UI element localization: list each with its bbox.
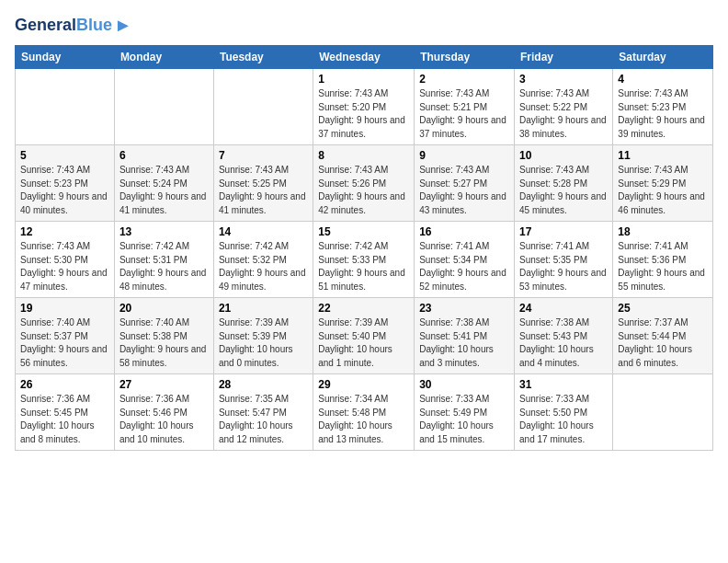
day-number: 16 xyxy=(419,225,509,238)
day-info: Sunrise: 7:43 AM Sunset: 5:20 PM Dayligh… xyxy=(318,87,409,141)
day-number: 2 xyxy=(419,73,509,86)
day-info: Sunrise: 7:41 AM Sunset: 5:35 PM Dayligh… xyxy=(519,240,608,293)
calendar-body: 1Sunrise: 7:43 AM Sunset: 5:20 PM Daylig… xyxy=(16,69,713,451)
day-number: 6 xyxy=(119,149,209,162)
weekday-header-friday: Friday xyxy=(515,46,613,69)
calendar-week-row: 12Sunrise: 7:43 AM Sunset: 5:30 PM Dayli… xyxy=(16,222,713,298)
day-info: Sunrise: 7:43 AM Sunset: 5:25 PM Dayligh… xyxy=(219,164,308,217)
calendar-cell: 5Sunrise: 7:43 AM Sunset: 5:23 PM Daylig… xyxy=(16,145,115,222)
day-number: 30 xyxy=(419,378,509,391)
page-header: GeneralBlue ► xyxy=(15,15,713,36)
calendar-cell: 2Sunrise: 7:43 AM Sunset: 5:21 PM Daylig… xyxy=(415,69,515,145)
calendar-week-row: 19Sunrise: 7:40 AM Sunset: 5:37 PM Dayli… xyxy=(16,298,713,374)
day-info: Sunrise: 7:43 AM Sunset: 5:22 PM Dayligh… xyxy=(519,87,608,141)
day-info: Sunrise: 7:39 AM Sunset: 5:39 PM Dayligh… xyxy=(219,316,308,370)
day-info: Sunrise: 7:42 AM Sunset: 5:32 PM Dayligh… xyxy=(219,240,308,293)
calendar-header: SundayMondayTuesdayWednesdayThursdayFrid… xyxy=(16,46,713,69)
day-number: 1 xyxy=(318,73,409,86)
calendar-cell: 21Sunrise: 7:39 AM Sunset: 5:39 PM Dayli… xyxy=(213,298,313,374)
calendar-cell: 23Sunrise: 7:38 AM Sunset: 5:41 PM Dayli… xyxy=(415,298,515,374)
calendar-cell: 29Sunrise: 7:34 AM Sunset: 5:48 PM Dayli… xyxy=(313,374,415,451)
day-number: 25 xyxy=(618,302,708,315)
logo: GeneralBlue ► xyxy=(15,15,132,36)
day-info: Sunrise: 7:43 AM Sunset: 5:29 PM Dayligh… xyxy=(618,164,708,217)
day-info: Sunrise: 7:43 AM Sunset: 5:23 PM Dayligh… xyxy=(618,87,708,141)
day-number: 29 xyxy=(318,378,409,391)
day-number: 7 xyxy=(219,149,308,162)
day-info: Sunrise: 7:33 AM Sunset: 5:50 PM Dayligh… xyxy=(519,393,608,446)
calendar-cell: 20Sunrise: 7:40 AM Sunset: 5:38 PM Dayli… xyxy=(114,298,213,374)
day-info: Sunrise: 7:33 AM Sunset: 5:49 PM Dayligh… xyxy=(419,393,509,446)
logo-text: GeneralBlue xyxy=(15,17,112,35)
day-info: Sunrise: 7:43 AM Sunset: 5:30 PM Dayligh… xyxy=(20,240,109,293)
day-info: Sunrise: 7:40 AM Sunset: 5:37 PM Dayligh… xyxy=(20,316,109,370)
day-number: 10 xyxy=(519,149,608,162)
calendar-cell: 22Sunrise: 7:39 AM Sunset: 5:40 PM Dayli… xyxy=(313,298,415,374)
calendar-cell: 1Sunrise: 7:43 AM Sunset: 5:20 PM Daylig… xyxy=(313,69,415,145)
day-info: Sunrise: 7:34 AM Sunset: 5:48 PM Dayligh… xyxy=(318,393,409,446)
day-number: 28 xyxy=(219,378,308,391)
calendar-cell: 3Sunrise: 7:43 AM Sunset: 5:22 PM Daylig… xyxy=(515,69,613,145)
weekday-header-saturday: Saturday xyxy=(613,46,713,69)
calendar-cell: 18Sunrise: 7:41 AM Sunset: 5:36 PM Dayli… xyxy=(613,222,713,298)
day-info: Sunrise: 7:41 AM Sunset: 5:34 PM Dayligh… xyxy=(419,240,509,293)
day-info: Sunrise: 7:36 AM Sunset: 5:46 PM Dayligh… xyxy=(119,393,209,446)
calendar-cell: 9Sunrise: 7:43 AM Sunset: 5:27 PM Daylig… xyxy=(415,145,515,222)
calendar-cell: 30Sunrise: 7:33 AM Sunset: 5:49 PM Dayli… xyxy=(415,374,515,451)
calendar-week-row: 1Sunrise: 7:43 AM Sunset: 5:20 PM Daylig… xyxy=(16,69,713,145)
day-number: 23 xyxy=(419,302,509,315)
day-number: 21 xyxy=(219,302,308,315)
calendar-cell: 24Sunrise: 7:38 AM Sunset: 5:43 PM Dayli… xyxy=(515,298,613,374)
day-info: Sunrise: 7:43 AM Sunset: 5:27 PM Dayligh… xyxy=(419,164,509,217)
day-info: Sunrise: 7:38 AM Sunset: 5:41 PM Dayligh… xyxy=(419,316,509,370)
day-number: 5 xyxy=(20,149,109,162)
calendar-cell xyxy=(16,69,115,145)
calendar-cell: 31Sunrise: 7:33 AM Sunset: 5:50 PM Dayli… xyxy=(515,374,613,451)
day-number: 14 xyxy=(219,225,308,238)
calendar-cell: 13Sunrise: 7:42 AM Sunset: 5:31 PM Dayli… xyxy=(114,222,213,298)
day-number: 15 xyxy=(318,225,409,238)
day-info: Sunrise: 7:40 AM Sunset: 5:38 PM Dayligh… xyxy=(119,316,209,370)
calendar-cell: 7Sunrise: 7:43 AM Sunset: 5:25 PM Daylig… xyxy=(213,145,313,222)
day-info: Sunrise: 7:43 AM Sunset: 5:28 PM Dayligh… xyxy=(519,164,608,217)
calendar-cell: 11Sunrise: 7:43 AM Sunset: 5:29 PM Dayli… xyxy=(613,145,713,222)
calendar-cell: 14Sunrise: 7:42 AM Sunset: 5:32 PM Dayli… xyxy=(213,222,313,298)
day-number: 31 xyxy=(519,378,608,391)
day-number: 9 xyxy=(419,149,509,162)
day-number: 17 xyxy=(519,225,608,238)
calendar-cell: 28Sunrise: 7:35 AM Sunset: 5:47 PM Dayli… xyxy=(213,374,313,451)
day-info: Sunrise: 7:43 AM Sunset: 5:26 PM Dayligh… xyxy=(318,164,409,217)
day-number: 4 xyxy=(618,73,708,86)
weekday-header-monday: Monday xyxy=(114,46,213,69)
calendar-table: SundayMondayTuesdayWednesdayThursdayFrid… xyxy=(15,45,713,451)
day-number: 19 xyxy=(20,302,109,315)
day-number: 8 xyxy=(318,149,409,162)
day-info: Sunrise: 7:42 AM Sunset: 5:31 PM Dayligh… xyxy=(119,240,209,293)
calendar-cell xyxy=(114,69,213,145)
day-number: 12 xyxy=(20,225,109,238)
calendar-cell: 15Sunrise: 7:42 AM Sunset: 5:33 PM Dayli… xyxy=(313,222,415,298)
weekday-header-sunday: Sunday xyxy=(16,46,115,69)
calendar-cell: 12Sunrise: 7:43 AM Sunset: 5:30 PM Dayli… xyxy=(16,222,115,298)
calendar-cell xyxy=(213,69,313,145)
day-number: 13 xyxy=(119,225,209,238)
calendar-cell: 8Sunrise: 7:43 AM Sunset: 5:26 PM Daylig… xyxy=(313,145,415,222)
day-info: Sunrise: 7:38 AM Sunset: 5:43 PM Dayligh… xyxy=(519,316,608,370)
day-number: 20 xyxy=(119,302,209,315)
logo-icon: ► xyxy=(114,15,132,36)
day-info: Sunrise: 7:41 AM Sunset: 5:36 PM Dayligh… xyxy=(618,240,708,293)
day-info: Sunrise: 7:42 AM Sunset: 5:33 PM Dayligh… xyxy=(318,240,409,293)
calendar-cell: 26Sunrise: 7:36 AM Sunset: 5:45 PM Dayli… xyxy=(16,374,115,451)
weekday-header-wednesday: Wednesday xyxy=(313,46,415,69)
day-number: 18 xyxy=(618,225,708,238)
calendar-cell: 27Sunrise: 7:36 AM Sunset: 5:46 PM Dayli… xyxy=(114,374,213,451)
day-info: Sunrise: 7:39 AM Sunset: 5:40 PM Dayligh… xyxy=(318,316,409,370)
day-number: 26 xyxy=(20,378,109,391)
calendar-week-row: 5Sunrise: 7:43 AM Sunset: 5:23 PM Daylig… xyxy=(16,145,713,222)
calendar-cell: 4Sunrise: 7:43 AM Sunset: 5:23 PM Daylig… xyxy=(613,69,713,145)
calendar-cell: 6Sunrise: 7:43 AM Sunset: 5:24 PM Daylig… xyxy=(114,145,213,222)
day-info: Sunrise: 7:36 AM Sunset: 5:45 PM Dayligh… xyxy=(20,393,109,446)
day-info: Sunrise: 7:37 AM Sunset: 5:44 PM Dayligh… xyxy=(618,316,708,370)
day-info: Sunrise: 7:43 AM Sunset: 5:23 PM Dayligh… xyxy=(20,164,109,217)
day-info: Sunrise: 7:43 AM Sunset: 5:21 PM Dayligh… xyxy=(419,87,509,141)
